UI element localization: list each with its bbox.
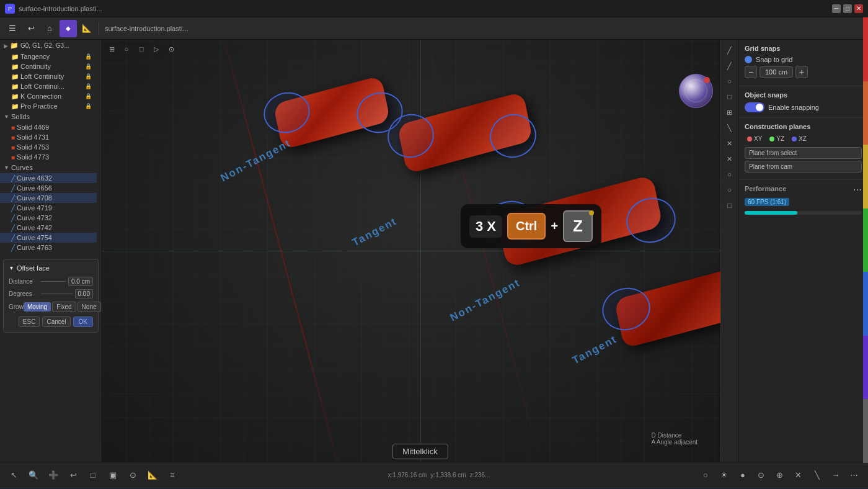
br-sun-icon[interactable]: ☀ xyxy=(715,467,733,484)
vr-diag-icon[interactable]: ╲ xyxy=(723,121,737,135)
vr-circle-icon-2[interactable]: ○ xyxy=(723,168,737,181)
bt-undo-icon[interactable]: ↩ xyxy=(64,467,82,484)
bt-square-icon[interactable]: □ xyxy=(84,467,102,484)
tree-item-solid-4753[interactable]: ■ Solid 4753 xyxy=(0,142,97,152)
solids-label: Solids xyxy=(11,113,30,120)
curve-icon7: ╱ xyxy=(11,235,15,241)
color-purple[interactable] xyxy=(863,336,868,400)
axis-yz-dot xyxy=(769,137,774,141)
vr-cross-icon-2[interactable]: ✕ xyxy=(723,152,737,166)
bt-zoom-icon[interactable]: 🔍 xyxy=(25,467,42,484)
vr-line-icon-1[interactable]: ╱ xyxy=(723,43,737,57)
tree-item-continuity[interactable]: 📁 Continuity 🔒 xyxy=(0,61,97,71)
plane-from-select-btn[interactable]: Plane from select xyxy=(745,147,862,159)
br-target-icon[interactable]: ⊙ xyxy=(753,467,770,484)
viewport[interactable]: Non-Tangent Tangent Non-Tangent Tangent … xyxy=(102,40,738,462)
br-cross-icon[interactable]: ✕ xyxy=(790,467,807,484)
br-circle-icon[interactable]: ○ xyxy=(697,467,714,484)
tree-item-curve-4763[interactable]: ╱ Curve 4763 xyxy=(0,243,97,253)
vr-square-icon-2[interactable]: □ xyxy=(723,199,737,212)
solid-4773-label: Solid 4773 xyxy=(17,153,49,161)
loft-continuity-label: Loft Continuity xyxy=(20,73,64,80)
plane-from-cam-btn[interactable]: Plane from cam xyxy=(745,161,862,173)
tree-item-solid-4469[interactable]: ■ Solid 4469 xyxy=(0,122,97,132)
tree-item-curve-4754[interactable]: ╱ Curve 4754 xyxy=(0,233,97,243)
br-dot-icon[interactable]: ● xyxy=(734,467,751,484)
axis-xz-btn[interactable]: XZ xyxy=(789,134,809,143)
tree-group-solids[interactable]: ▼ Solids xyxy=(0,111,97,122)
tree-item-k-connection[interactable]: 📁 K Connection 🔒 xyxy=(0,91,97,101)
vr-cross-icon-1[interactable]: ✕ xyxy=(723,137,737,150)
tree-item-loft-continuity[interactable]: 📁 Loft Continuity 🔒 xyxy=(0,71,97,81)
distance-value[interactable]: 0.0 cm xyxy=(68,277,93,286)
br-diag-icon[interactable]: ╲ xyxy=(808,467,826,484)
tree-item-loft-continui[interactable]: 📁 Loft Continui... 🔒 xyxy=(0,81,97,91)
bottom-right-icons: ○ ☀ ● ⊙ ⊕ ✕ ╲ → ⋯ xyxy=(697,467,863,484)
tree-item-curve-4719[interactable]: ╱ Curve 4719 xyxy=(0,203,97,213)
tree-item-pro-practice[interactable]: 📁 Pro Practice 🔒 xyxy=(0,101,97,111)
btn-ok[interactable]: OK xyxy=(73,316,93,327)
vp-box-icon[interactable]: □ xyxy=(135,42,148,56)
shape-icon[interactable]: ◆ xyxy=(60,20,77,37)
close-btn[interactable]: ✕ xyxy=(854,4,863,13)
tree-item-curve-4732[interactable]: ╱ Curve 4732 xyxy=(0,213,97,223)
color-yellow[interactable] xyxy=(863,145,868,209)
br-plus-circle-icon[interactable]: ⊕ xyxy=(771,467,789,484)
tree-group-g0[interactable]: ▶ 📁 G0, G1, G2, G3... xyxy=(0,40,97,52)
btn-cancel[interactable]: Cancel xyxy=(42,316,70,327)
bt-layers-icon[interactable]: ≡ xyxy=(164,467,181,484)
tree-group-curves[interactable]: ▼ Curves xyxy=(0,162,97,173)
tree-item-solid-4731[interactable]: ■ Solid 4731 xyxy=(0,132,97,142)
bt-box-icon[interactable]: ▣ xyxy=(104,467,122,484)
bt-target-icon[interactable]: ⊙ xyxy=(124,467,141,484)
vp-circle-icon[interactable]: ○ xyxy=(120,42,133,56)
vr-line-icon-2[interactable]: ╱ xyxy=(723,59,737,73)
maximize-btn[interactable]: □ xyxy=(843,4,852,13)
btn-moving[interactable]: Moving xyxy=(24,302,51,312)
enable-snapping-toggle[interactable] xyxy=(745,102,764,112)
vr-circle-icon[interactable]: ○ xyxy=(723,74,737,88)
color-green[interactable] xyxy=(863,209,868,272)
btn-none[interactable]: None xyxy=(78,302,101,312)
vp-play-icon[interactable]: ▷ xyxy=(149,42,163,56)
bt-select-icon[interactable]: ↖ xyxy=(5,467,22,484)
tree-item-tangency[interactable]: 📁 Tangency 🔒 xyxy=(0,52,97,61)
color-gray[interactable] xyxy=(863,399,868,462)
dot-indicator xyxy=(589,210,594,215)
grid-snap-plus[interactable]: + xyxy=(795,66,808,78)
back-btn[interactable]: ↩ xyxy=(22,20,40,37)
btn-fixed[interactable]: Fixed xyxy=(52,302,76,312)
bt-angle-icon[interactable]: 📐 xyxy=(144,467,161,484)
tree-item-curve-4742[interactable]: ╱ Curve 4742 xyxy=(0,223,97,233)
btn-esc[interactable]: ESC xyxy=(19,316,40,327)
home-icon[interactable]: ⌂ xyxy=(41,20,58,37)
degrees-value[interactable]: 0.00 xyxy=(75,289,93,298)
menu-btn[interactable]: ☰ xyxy=(4,20,21,37)
tree-item-curve-4656[interactable]: ╱ Curve 4656 xyxy=(0,183,97,193)
axis-yz-btn[interactable]: YZ xyxy=(767,134,787,143)
snap-to-grid-radio[interactable] xyxy=(745,56,752,63)
br-more-icon[interactable]: ⋯ xyxy=(846,467,863,484)
axis-xy-btn[interactable]: XY xyxy=(745,134,764,143)
br-arrow-icon[interactable]: → xyxy=(827,467,844,484)
bt-add-icon[interactable]: ➕ xyxy=(45,467,62,484)
minimize-btn[interactable]: ─ xyxy=(832,4,841,13)
solid-icon4: ■ xyxy=(11,154,15,161)
tree-item-curve-4632[interactable]: ╱ Curve 4632 xyxy=(0,173,97,183)
color-blue[interactable] xyxy=(863,272,868,336)
coords-z: z:236... xyxy=(470,472,490,478)
vr-square-icon[interactable]: □ xyxy=(723,90,737,104)
vp-target-icon[interactable]: ⊙ xyxy=(164,42,178,56)
draft-icon[interactable]: 📐 xyxy=(78,20,95,37)
grid-snap-minus[interactable]: − xyxy=(745,66,757,78)
vp-grid-icon[interactable]: ⊞ xyxy=(105,42,118,56)
performance-more-icon[interactable]: ⋯ xyxy=(853,185,862,195)
mittelklick-text: Mittelklick xyxy=(402,447,437,456)
color-red[interactable] xyxy=(863,40,868,81)
tree-item-solid-4773[interactable]: ■ Solid 4773 xyxy=(0,152,97,162)
color-orange[interactable] xyxy=(863,81,868,145)
vr-circle-icon-3[interactable]: ○ xyxy=(723,183,737,197)
vr-grid-icon[interactable]: ⊞ xyxy=(723,105,737,119)
tree-item-curve-4708[interactable]: ╱ Curve 4708 xyxy=(0,193,97,203)
main-toolbar: ☰ ↩ ⌂ ◆ 📐 surface-introduction.plasti... xyxy=(0,17,868,40)
